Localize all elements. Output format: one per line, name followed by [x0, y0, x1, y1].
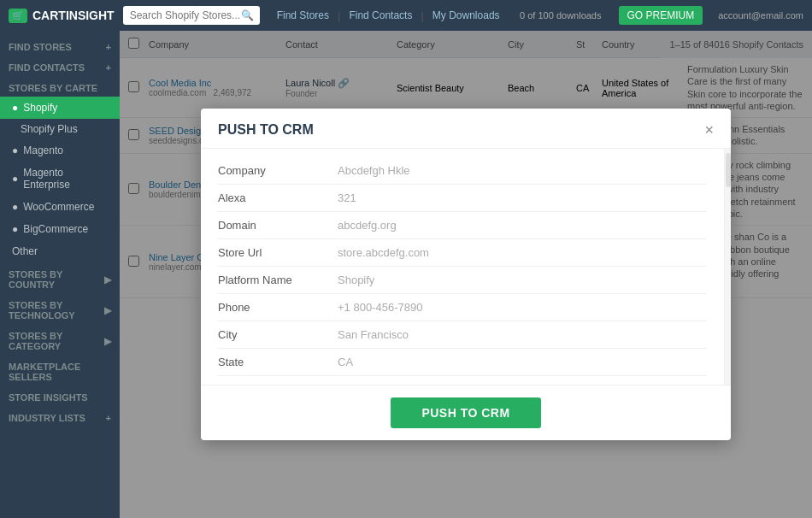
downloads-info: 0 of 100 downloads	[520, 10, 601, 21]
sidebar: FIND STORES + FIND CONTACTS + STORES BY …	[0, 31, 120, 518]
modal-body-wrap: Company Abcdefgh Hkle Alexa 321 Domain a…	[201, 149, 731, 385]
logo-text: CARTINSIGHT	[32, 9, 115, 22]
modal-overlay: PUSH TO CRM × Company Abcdefgh Hkle Alex…	[120, 31, 812, 518]
field-company-label: Company	[218, 164, 338, 177]
field-phone-value: +1 800-456-7890	[338, 301, 707, 314]
magento-bullet: ●	[12, 144, 18, 156]
modal-title: PUSH TO CRM	[218, 122, 314, 138]
sidebar-item-shopify-plus[interactable]: Shopify Plus	[0, 119, 120, 139]
modal-body: Company Abcdefgh Hkle Alexa 321 Domain a…	[201, 149, 724, 385]
top-nav: 🛒 CARTINSIGHT 🔍 Find Stores | Find Conta…	[0, 0, 812, 31]
field-platform-name-value: Shopify	[338, 274, 707, 286]
scroll-indicator	[724, 149, 731, 385]
push-to-crm-modal: PUSH TO CRM × Company Abcdefgh Hkle Alex…	[201, 109, 731, 440]
logo: 🛒 CARTINSIGHT	[9, 9, 115, 23]
stores-by-country-section[interactable]: STORES BY COUNTRY ▶	[0, 262, 120, 293]
big-bullet: ●	[12, 223, 18, 235]
stores-by-carte-section: STORES BY CARTE	[0, 76, 120, 97]
woo-bullet: ●	[12, 201, 18, 213]
my-downloads-link[interactable]: My Downloads	[432, 9, 500, 22]
sidebar-item-other[interactable]: Other	[0, 240, 120, 262]
search-icon: 🔍	[241, 9, 254, 21]
field-company: Company Abcdefgh Hkle	[218, 157, 707, 185]
premium-button[interactable]: GO PREMIUM	[619, 6, 703, 25]
sidebar-item-shopify[interactable]: ● Shopify	[0, 97, 120, 119]
sidebar-item-magento-enterprise[interactable]: ● Magento Enterprise	[0, 162, 120, 196]
field-store-url-label: Store Url	[218, 246, 338, 259]
field-platform-name-label: Platform Name	[218, 274, 338, 286]
push-to-crm-button[interactable]: PUSH TO CRM	[391, 397, 540, 428]
stores-by-category-section[interactable]: STORES BY CATEGORY ▶	[0, 324, 120, 355]
field-store-url: Store Url store.abcdefg.com	[218, 239, 707, 267]
field-state-value: CA	[338, 356, 707, 368]
field-alexa: Alexa 321	[218, 185, 707, 212]
field-alexa-label: Alexa	[218, 191, 338, 204]
field-company-value: Abcdefgh Hkle	[338, 164, 707, 177]
field-state: State CA	[218, 349, 707, 376]
field-domain: Domain abcdefg.org	[218, 212, 707, 239]
field-phone-label: Phone	[218, 301, 338, 314]
field-domain-label: Domain	[218, 219, 338, 232]
store-insights-section[interactable]: STORE INSIGHTS	[0, 386, 120, 406]
nav-links: Find Stores | Find Contacts | My Downloa…	[277, 9, 500, 22]
marketplace-sellers-section[interactable]: MARKETPLACE SELLERS	[0, 355, 120, 386]
field-phone: Phone +1 800-456-7890	[218, 294, 707, 321]
sidebar-item-magento[interactable]: ● Magento	[0, 139, 120, 162]
modal-footer: PUSH TO CRM	[201, 385, 731, 440]
find-stores-section[interactable]: FIND STORES +	[0, 35, 120, 56]
field-domain-value: abcdefg.org	[338, 219, 707, 232]
industry-lists-section[interactable]: INDUSTRY LISTS +	[0, 406, 120, 427]
find-stores-link[interactable]: Find Stores	[277, 9, 329, 22]
shopify-bullet: ●	[12, 102, 18, 114]
content-area: Company Contact Category City St Country…	[120, 31, 812, 518]
search-box[interactable]: 🔍	[123, 6, 260, 25]
sidebar-item-woocommerce[interactable]: ● WooCommerce	[0, 196, 120, 218]
main-layout: FIND STORES + FIND CONTACTS + STORES BY …	[0, 31, 812, 518]
sidebar-item-bigcommerce[interactable]: ● BigCommerce	[0, 218, 120, 240]
field-platform-name: Platform Name Shopify	[218, 267, 707, 294]
cart-icon: 🛒	[9, 9, 27, 23]
field-store-url-value: store.abcdefg.com	[338, 246, 707, 259]
account-area: account@email.com	[718, 10, 803, 21]
find-contacts-link[interactable]: Find Contacts	[349, 9, 412, 22]
field-city-label: City	[218, 328, 338, 341]
modal-close-button[interactable]: ×	[704, 122, 714, 138]
field-city-value: San Francisco	[338, 328, 707, 341]
field-state-label: State	[218, 356, 338, 368]
field-city: City San Francisco	[218, 321, 707, 349]
scroll-bar[interactable]	[726, 153, 731, 187]
field-alexa-value: 321	[338, 191, 707, 204]
stores-by-technology-section[interactable]: STORES BY TECHNOLOGY ▶	[0, 293, 120, 324]
modal-header: PUSH TO CRM ×	[201, 109, 731, 149]
find-contacts-section[interactable]: FIND CONTACTS +	[0, 56, 120, 76]
search-input[interactable]	[130, 9, 241, 21]
magento-ent-bullet: ●	[12, 173, 18, 185]
